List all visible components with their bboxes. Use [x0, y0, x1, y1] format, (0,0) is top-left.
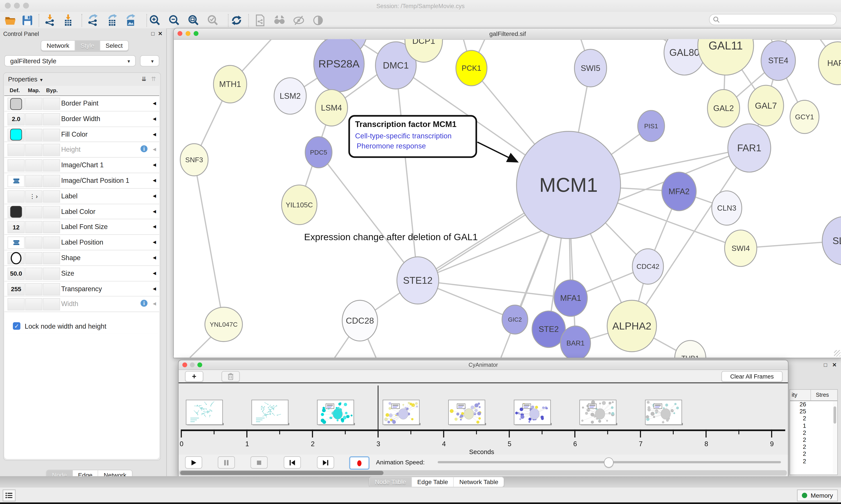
import-network-icon[interactable]	[43, 13, 57, 28]
clear-all-frames-button[interactable]: Clear All Frames	[721, 371, 783, 382]
network-node-PIS1[interactable]: PIS1	[638, 110, 664, 141]
window-resize-grip[interactable]	[834, 350, 840, 357]
expand-row-arrow-icon[interactable]: ◀	[153, 131, 156, 137]
network-node-STE4[interactable]: STE4	[761, 41, 795, 80]
network-node-MCM1[interactable]: MCM1	[516, 131, 621, 239]
close-cyanimator-button[interactable]	[182, 363, 187, 367]
property-row-shape[interactable]: Shape◀	[4, 250, 159, 266]
info-icon[interactable]: i	[141, 146, 148, 152]
style-options-dropdown[interactable]: ▼	[140, 55, 159, 66]
expand-row-arrow-icon[interactable]: ◀	[153, 240, 156, 245]
table-row[interactable]: 26	[790, 401, 837, 408]
zoom-fit-icon[interactable]	[186, 13, 201, 28]
show-graphics-eye-icon[interactable]	[311, 13, 325, 28]
expand-row-arrow-icon[interactable]: ◀	[153, 116, 156, 121]
frame-thumbnail-sec-3[interactable]	[383, 400, 420, 425]
expand-row-arrow-icon[interactable]: ◀	[153, 271, 156, 275]
collapse-all-icon[interactable]: ⇈	[151, 75, 156, 83]
network-node-YIL105C[interactable]: YIL105C	[282, 185, 317, 224]
expand-row-arrow-icon[interactable]: ◀	[153, 163, 156, 167]
network-node-SLT2[interactable]: SLT2	[822, 217, 841, 265]
last-frame-button[interactable]	[317, 456, 334, 469]
network-node-PCK1[interactable]: PCK1	[456, 50, 487, 86]
property-row-label-position[interactable]: Label Position◀	[4, 235, 159, 250]
close-panel-icon[interactable]: ✕	[158, 31, 162, 37]
expand-row-arrow-icon[interactable]: ◀	[153, 101, 156, 106]
expand-row-arrow-icon[interactable]: ◀	[153, 178, 156, 183]
lock-size-checkbox[interactable]: ✓	[13, 322, 20, 330]
property-row-border-width[interactable]: 2.0Border Width◀	[4, 111, 159, 127]
property-row-border-paint[interactable]: Border Paint◀	[4, 96, 159, 111]
delete-frame-button[interactable]	[221, 371, 239, 382]
maximize-window-button[interactable]	[23, 3, 29, 8]
hide-selected-eye-icon[interactable]	[292, 13, 306, 28]
network-node-CDC28[interactable]: CDC28	[342, 300, 378, 341]
network-node-GAL2[interactable]: GAL2	[708, 90, 739, 127]
property-row-transparency[interactable]: 255Transparency◀	[4, 281, 159, 297]
tab-style[interactable]: Style	[75, 41, 100, 50]
network-node-MFA1[interactable]: MFA1	[554, 280, 587, 317]
table-row[interactable]: 2	[790, 436, 837, 443]
network-node-PDC5[interactable]: PDC5	[305, 137, 332, 168]
frame-thumbnail-sec-4[interactable]	[449, 400, 486, 425]
network-node-YNL047C[interactable]: YNL047C	[205, 307, 243, 342]
property-row-label-color[interactable]: Label Color◀	[4, 204, 159, 220]
slider-knob[interactable]	[604, 457, 614, 468]
apply-layout-icon[interactable]	[230, 13, 244, 28]
pause-button[interactable]	[218, 456, 235, 469]
annotation-link[interactable]: Cell-type-specific transcription	[355, 132, 452, 140]
frame-thumbnail-sec-7[interactable]	[645, 400, 683, 425]
minimize-network-window-button[interactable]	[185, 31, 190, 36]
property-row-fill-color[interactable]: Fill Color◀	[4, 127, 159, 142]
expand-row-arrow-icon[interactable]: ◀	[153, 255, 156, 260]
property-row-size[interactable]: 50.0Size◀	[4, 266, 159, 281]
network-node-GCY1[interactable]: GCY1	[790, 100, 819, 133]
table-row[interactable]: 2	[790, 415, 837, 422]
first-frame-button[interactable]	[284, 456, 301, 469]
property-row-image-chart-position-1[interactable]: Image/Chart Position 1◀	[4, 173, 159, 189]
record-button[interactable]	[349, 456, 370, 470]
close-table-panel-icon[interactable]: ✕	[832, 362, 837, 368]
network-node-GIC2[interactable]: GIC2	[502, 305, 528, 334]
export-image-icon[interactable]	[123, 13, 137, 28]
expand-all-icon[interactable]: ⇊	[142, 75, 146, 83]
network-node-CLN3[interactable]: CLN3	[712, 191, 742, 225]
network-node-TUB1[interactable]: TUB1	[675, 340, 706, 358]
property-row-label-font-size[interactable]: 12Label Font Size◀	[4, 220, 159, 235]
zoom-selected-icon[interactable]	[206, 13, 220, 28]
table-row[interactable]: 2	[790, 429, 837, 436]
import-table-icon[interactable]	[61, 13, 75, 28]
frame-thumbnail-sec-5[interactable]	[514, 400, 552, 425]
network-node-FAR1[interactable]: FAR1	[728, 124, 771, 172]
tab-select[interactable]: Select	[100, 41, 128, 50]
table-row[interactable]: 2	[790, 444, 837, 451]
network-node-HAP2[interactable]: HAP2	[819, 42, 841, 85]
float-table-panel-icon[interactable]: □	[824, 362, 827, 368]
export-table-icon[interactable]	[105, 13, 119, 28]
float-panel-icon[interactable]: □	[151, 31, 155, 37]
network-node-LSM4[interactable]: LSM4	[315, 90, 347, 126]
expand-row-arrow-icon[interactable]: ◀	[153, 224, 156, 229]
play-button[interactable]	[185, 456, 202, 469]
minimize-cyanimator-button[interactable]	[190, 363, 195, 367]
network-node-LSM2[interactable]: LSM2	[274, 78, 306, 114]
stop-button[interactable]	[251, 456, 268, 469]
open-session-icon[interactable]	[3, 13, 17, 28]
zoom-out-icon[interactable]	[167, 13, 181, 28]
tab-edge-table[interactable]: Edge Table	[412, 477, 454, 487]
network-canvas[interactable]: RPS28ADMC1DCP1PCK1MTH1LSM2LSM4SNF3PDC5YI…	[174, 39, 841, 358]
minimize-window-button[interactable]	[14, 3, 20, 8]
expand-row-arrow-icon[interactable]: ◀	[153, 302, 156, 306]
property-row-image-chart-1[interactable]: Image/Chart 1◀	[4, 158, 159, 173]
column-header-stress[interactable]: Stres	[816, 392, 829, 398]
property-row-height[interactable]: Heighti◀	[4, 142, 159, 158]
network-node-SNF3[interactable]: SNF3	[180, 144, 208, 176]
tab-network[interactable]: Network	[41, 41, 75, 50]
frame-thumbnail-sec-6[interactable]	[580, 400, 617, 425]
network-node-RPS28A[interactable]: RPS28A	[314, 39, 364, 92]
property-row-label[interactable]: ⋮›Label◀	[4, 189, 159, 204]
info-icon[interactable]: i	[141, 300, 148, 307]
timeline-horizontal-scrollbar[interactable]	[179, 470, 787, 475]
add-frame-button[interactable]: +	[185, 371, 203, 382]
network-node-BAR1[interactable]: BAR1	[560, 326, 590, 358]
